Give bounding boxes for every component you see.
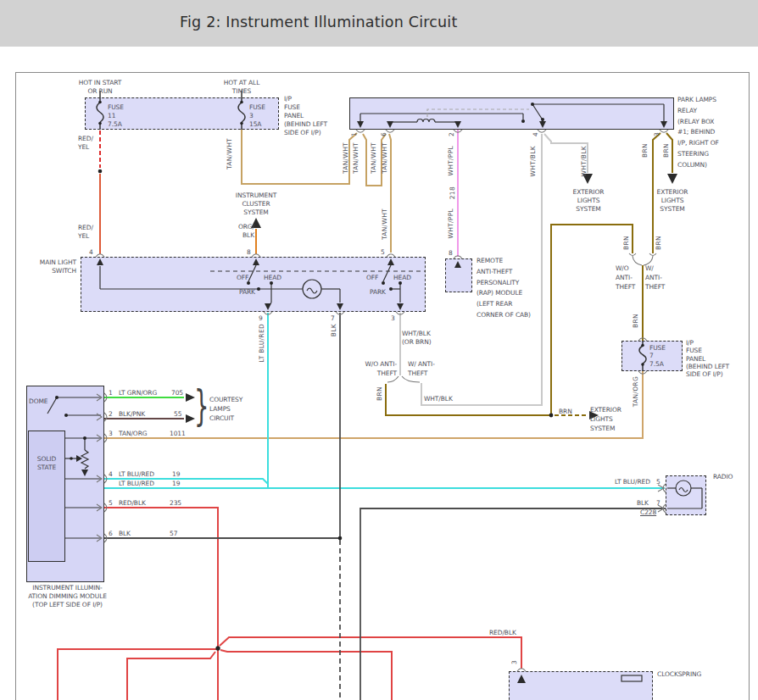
mls-pin8: 8 [247, 248, 251, 257]
red-yel-label-2: RED/ YEL [78, 224, 93, 241]
instrument-cluster-system-label: INSTRUMENT CLUSTER SYSTEM [227, 192, 285, 217]
mls-head-1: HEAD [264, 274, 281, 282]
radio-pin5: 5 [656, 478, 660, 486]
radio-pin7: 7 [656, 499, 660, 508]
red-yel-label-1: RED/ YEL [78, 135, 93, 152]
clockspring-label: CLOCKSPRING [657, 670, 701, 679]
exterior-lights-label-1: EXTERIOR LIGHTS SYSTEM [562, 188, 615, 214]
blk-vlabel: BLK [330, 324, 337, 336]
row2-circuit: 55 [174, 410, 181, 419]
row5-wire: RED/BLK [119, 499, 146, 508]
relay-pin6: 6 [380, 132, 387, 136]
ip-fuse-panel-label: I/P FUSE PANEL (BEHIND LEFT SIDE OF I/P) [284, 95, 327, 137]
rap-module-label: REMOTE ANTI-THEFT PERSONALITY (RAP) MODU… [477, 256, 531, 321]
wo-anti-theft-label-2: W/O ANTI- THEFT [616, 264, 635, 292]
row3-pin: 3 [109, 430, 113, 438]
wht-ppl-label-2: WHT/PPL [447, 208, 454, 239]
clockspring-internals [621, 675, 642, 681]
wht-blk-label-2: WHT/BLK [580, 146, 588, 177]
row6-pin: 6 [109, 530, 113, 538]
wht-blk-or-brn-label: WHT/BLK (OR BRN) [402, 330, 432, 347]
mls-park-2: PARK [370, 288, 386, 297]
wht-ppl-label-1: WHT/PPL [447, 146, 454, 176]
radio-blk-label: BLK [637, 499, 649, 508]
row6-wire: BLK [119, 530, 131, 538]
brn-vlabel-3: BRN [376, 386, 383, 401]
mls-off-2: OFF [366, 274, 378, 282]
row6-circuit: 57 [170, 530, 177, 538]
solid-state-label: SOLID STATE [28, 455, 65, 472]
w-anti-theft-label-1: W/ ANTI- THEFT [408, 359, 435, 378]
tan-org-vlabel: TAN/ORG [632, 376, 639, 407]
fuse3-label: FUSE 3 15A [249, 103, 265, 129]
relay-pin1: 1 [350, 132, 358, 136]
relay-pin4: 4 [532, 132, 539, 136]
tan-wht-label-5: TAN/WHT [381, 208, 388, 240]
mls-head-2: HEAD [393, 274, 411, 282]
row1-circuit: 705 [171, 389, 183, 397]
fuse-symbols [97, 91, 646, 371]
clockspring-pin3: 3 [510, 660, 518, 664]
brn-inline-label: BRN [559, 408, 572, 416]
row4b-wire: LT BLU/RED [119, 480, 154, 488]
row4-pin: 4 [109, 470, 113, 479]
row4b-circuit: 19 [172, 480, 180, 488]
tan-wht-label-fuse3: TAN/WHT [226, 138, 233, 169]
radio-internals [667, 481, 702, 508]
mls-off-1: OFF [237, 274, 248, 282]
fuse11-label: FUSE 11 7.5A [108, 103, 124, 129]
wht-blk-inline-label: WHT/BLK [424, 395, 453, 403]
mls-pin3: 3 [391, 314, 395, 323]
courtesy-brace: } [194, 381, 209, 431]
lt-blu-red-vlabel: LT BLU/RED [258, 324, 265, 363]
relay-internals [360, 104, 664, 123]
w-anti-theft-label-2: W/ ANTI- THEFT [645, 264, 665, 292]
tan-wht-label-3: TAN/WHT [370, 142, 377, 174]
switch-internals [100, 265, 425, 307]
org-blk-label: ORG/ BLK [229, 223, 254, 240]
dimming-module-label: INSTRUMENT ILLUMIN- ATION DIMMING MODULE… [19, 584, 116, 609]
mls-pin5: 5 [381, 248, 385, 257]
tan-wht-label-2: TAN/WHT [352, 142, 359, 174]
rap-pin8: 8 [449, 249, 453, 258]
row5-circuit: 235 [170, 499, 181, 508]
brn-vlabel-4: BRN [622, 236, 630, 250]
brn-vlabel-6: BRN [632, 314, 639, 328]
mls-pin4: 4 [89, 248, 93, 257]
row3-wire: TAN/ORG [119, 430, 148, 438]
fuse7-label: FUSE 7 7.5A [649, 344, 666, 368]
dome-label: DOME [29, 397, 48, 406]
row2-wire: BLK/PNK [119, 410, 145, 419]
radio-connector-c228: C228 [640, 508, 656, 517]
tan-wht-label-1: TAN/WHT [342, 142, 349, 174]
radio-lt-blu-red-label: LT BLU/RED [615, 478, 650, 486]
red-blk-label: RED/BLK [489, 629, 516, 637]
park-lamps-relay-label: PARK LAMPS RELAY (RELAY BOX #1; BEHIND I… [677, 95, 719, 171]
hot-at-all-times-label: HOT AT ALL TIMES [209, 79, 274, 96]
mls-pin9: 9 [259, 314, 263, 323]
row5-pin: 5 [109, 499, 113, 508]
row4-circuit: 19 [172, 470, 180, 479]
exterior-lights-label-2: EXTERIOR LIGHTS SYSTEM [646, 188, 699, 214]
brn-label-2: BRN [662, 143, 670, 158]
row2-pin: 2 [109, 410, 113, 419]
row4-wire: LT BLU/RED [119, 470, 154, 479]
row1-wire: LT GRN/ORG [119, 389, 157, 397]
wiring-diagram-page: Fig 2: Instrument Illumination Circuit [0, 0, 758, 700]
courtesy-lamps-label: COURTESY LAMPS CIRCUIT [209, 395, 242, 423]
main-light-switch-label: MAIN LIGHT SWITCH [32, 258, 76, 275]
row1-pin: 1 [109, 389, 113, 397]
brn-label-1: BRN [641, 143, 649, 158]
wht-ppl-circuit-218: 218 [449, 186, 456, 199]
exterior-lights-label-3: EXTERIOR LIGHTS SYSTEM [590, 405, 621, 433]
tan-wht-label-4: TAN/WHT [381, 142, 388, 174]
wo-anti-theft-label-1: W/O ANTI- THEFT [350, 359, 397, 378]
mls-pin7: 7 [331, 314, 335, 323]
mls-park-1: PARK [239, 288, 255, 297]
wire-tan-org [104, 371, 643, 438]
row3-circuit: 1011 [170, 430, 186, 438]
hot-in-start-label: HOT IN START OR RUN [59, 79, 141, 96]
relay-pin2: 2 [448, 132, 455, 136]
brn-vlabel-5: BRN [655, 236, 662, 250]
wht-blk-label-1: WHT/BLK [529, 146, 537, 177]
